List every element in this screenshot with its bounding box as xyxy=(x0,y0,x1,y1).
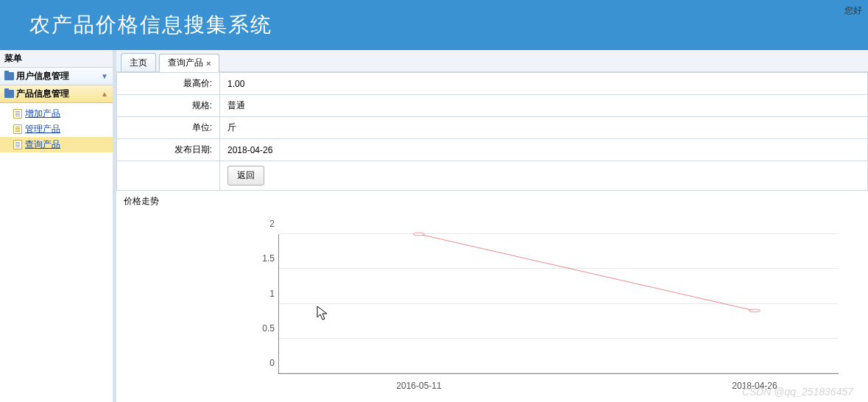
sidebar-panel-product-title: 产品信息管理 xyxy=(4,88,69,100)
detail-label-empty xyxy=(117,161,220,191)
folder-icon xyxy=(4,72,14,80)
detail-table: 最高价: 1.00 规格: 普通 单位: 斤 发布日期: 2018-04-26 xyxy=(116,72,868,191)
chart-plot-area: 0 0.5 1 1.5 2 2016-05-11 2018-04-26 xyxy=(278,234,839,374)
content-area: 主页 查询产品 × 最高价: 1.00 规格: 普通 单位: 斤 xyxy=(116,50,868,402)
panel-label: 用户信息管理 xyxy=(16,70,69,82)
y-tick: 1 xyxy=(250,289,275,299)
chevron-down-icon: ▼ xyxy=(101,72,108,80)
watermark: CSDN @qq_251836457 xyxy=(742,386,853,398)
file-icon xyxy=(13,109,22,119)
folder-icon xyxy=(4,90,14,98)
sidebar-item-query-product[interactable]: 查询产品 xyxy=(0,137,113,152)
detail-label: 最高价: xyxy=(117,73,220,95)
chart-title: 价格走势 xyxy=(116,191,868,212)
chevron-up-icon: ▲ xyxy=(101,90,108,98)
detail-label: 单位: xyxy=(117,117,220,139)
table-row: 返回 xyxy=(117,161,868,191)
x-tick: 2016-05-11 xyxy=(396,381,441,391)
app-header: 农产品价格信息搜集系统 您好 xyxy=(0,0,868,50)
tab-query-product[interactable]: 查询产品 × xyxy=(159,54,219,72)
sidebar-item-label: 增加产品 xyxy=(25,107,60,120)
sidebar-panel-product[interactable]: 产品信息管理 ▲ xyxy=(0,85,113,103)
file-icon xyxy=(13,140,22,149)
y-tick: 2 xyxy=(250,219,275,229)
detail-value: 斤 xyxy=(220,117,868,139)
sidebar-item-manage-product[interactable]: 管理产品 xyxy=(0,121,113,137)
table-row: 最高价: 1.00 xyxy=(117,73,868,95)
content-body: 最高价: 1.00 规格: 普通 单位: 斤 发布日期: 2018-04-26 xyxy=(116,72,868,402)
sidebar-panel-user-title: 用户信息管理 xyxy=(4,70,69,82)
data-point xyxy=(749,309,760,312)
detail-action-cell: 返回 xyxy=(220,161,868,191)
chart-line-svg xyxy=(279,234,839,373)
y-tick: 0 xyxy=(250,358,275,368)
back-button[interactable]: 返回 xyxy=(227,166,264,186)
greeting-text: 您好 xyxy=(844,4,862,17)
tab-label: 主页 xyxy=(130,57,147,69)
sidebar-item-add-product[interactable]: 增加产品 xyxy=(0,106,113,121)
y-tick: 1.5 xyxy=(250,253,275,264)
table-row: 发布日期: 2018-04-26 xyxy=(117,139,868,161)
data-line xyxy=(419,234,755,311)
y-tick: 0.5 xyxy=(250,323,275,334)
file-icon xyxy=(13,124,22,134)
detail-label: 发布日期: xyxy=(117,139,220,161)
detail-value: 1.00 xyxy=(220,73,868,95)
panel-label: 产品信息管理 xyxy=(16,88,69,100)
data-point xyxy=(413,233,424,236)
tab-home[interactable]: 主页 xyxy=(121,53,156,71)
detail-value: 2018-04-26 xyxy=(220,139,868,161)
table-row: 单位: 斤 xyxy=(117,117,868,139)
sidebar-item-label: 查询产品 xyxy=(25,138,60,151)
sidebar-items: 增加产品 管理产品 查询产品 xyxy=(0,103,113,155)
main-layout: 菜单 用户信息管理 ▼ 产品信息管理 ▲ 增加产品 管理产品 xyxy=(0,50,868,402)
tab-label: 查询产品 xyxy=(168,57,203,69)
sidebar-item-label: 管理产品 xyxy=(25,123,60,135)
tab-bar: 主页 查询产品 × xyxy=(116,50,868,72)
table-row: 规格: 普通 xyxy=(117,95,868,117)
price-chart: 0 0.5 1 1.5 2 2016-05-11 2018-04-26 xyxy=(175,234,839,402)
app-title: 农产品价格信息搜集系统 xyxy=(29,11,272,39)
sidebar-panel-user[interactable]: 用户信息管理 ▼ xyxy=(0,68,113,85)
close-icon[interactable]: × xyxy=(206,59,211,68)
sidebar: 菜单 用户信息管理 ▼ 产品信息管理 ▲ 增加产品 管理产品 xyxy=(0,50,116,402)
detail-label: 规格: xyxy=(117,95,220,117)
detail-value: 普通 xyxy=(220,95,868,117)
sidebar-menu-label: 菜单 xyxy=(0,50,113,68)
